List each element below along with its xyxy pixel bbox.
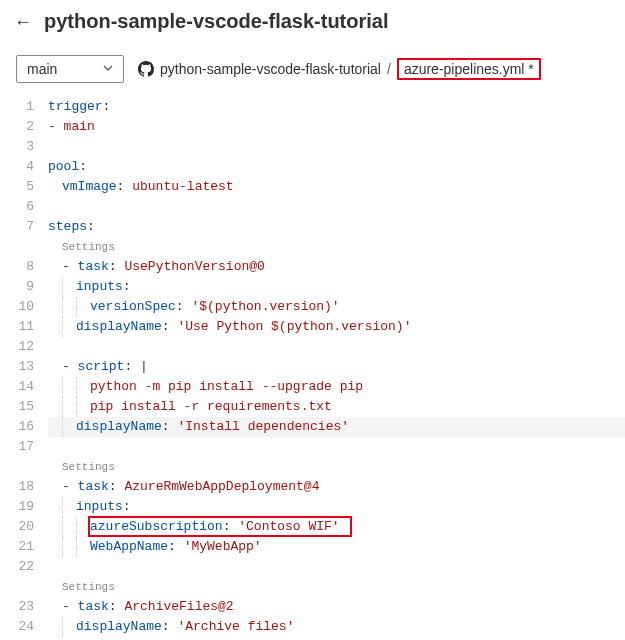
code-line[interactable]: vmImage: ubuntu-latest xyxy=(48,177,625,197)
code-line[interactable]: - main xyxy=(48,117,625,137)
line-number: 19 xyxy=(0,497,34,517)
line-number: 5 xyxy=(0,177,34,197)
code-line[interactable]: trigger: xyxy=(48,97,625,117)
code-line[interactable] xyxy=(48,197,625,217)
line-number: 4 xyxy=(0,157,34,177)
line-number: 9 xyxy=(0,277,34,297)
line-number xyxy=(0,457,34,477)
breadcrumb-file[interactable]: azure-pipelines.yml * xyxy=(397,58,541,80)
line-number: 16 xyxy=(0,417,34,437)
line-number: 2 xyxy=(0,117,34,137)
code-line[interactable]: inputs: xyxy=(48,277,625,297)
code-line[interactable]: displayName: 'Install dependencies' xyxy=(48,417,625,437)
line-number: 15 xyxy=(0,397,34,417)
code-line[interactable] xyxy=(48,137,625,157)
line-number: 23 xyxy=(0,597,34,617)
line-number: 18 xyxy=(0,477,34,497)
file-toolbar: main python-sample-vscode-flask-tutorial… xyxy=(0,47,625,91)
line-number: 12 xyxy=(0,337,34,357)
code-line[interactable]: displayName: 'Use Python $(python.versio… xyxy=(48,317,625,337)
code-line[interactable]: - task: AzureRmWebAppDeployment@4 xyxy=(48,477,625,497)
back-arrow-icon[interactable]: ← xyxy=(14,13,32,31)
line-gutter: 123456789101112131415161718192021222324 xyxy=(0,97,48,637)
code-line[interactable]: azureSubscription: 'Contoso WIF' xyxy=(48,517,625,537)
code-line[interactable]: - script: | xyxy=(48,357,625,377)
line-number: 22 xyxy=(0,557,34,577)
line-number: 6 xyxy=(0,197,34,217)
code-line[interactable]: inputs: xyxy=(48,497,625,517)
branch-name: main xyxy=(27,61,57,77)
code-line[interactable]: WebAppName: 'MyWebApp' xyxy=(48,537,625,557)
line-number: 8 xyxy=(0,257,34,277)
line-number: 7 xyxy=(0,217,34,237)
line-number: 1 xyxy=(0,97,34,117)
code-line[interactable]: steps: xyxy=(48,217,625,237)
breadcrumb-repo[interactable]: python-sample-vscode-flask-tutorial xyxy=(160,61,381,77)
breadcrumb: python-sample-vscode-flask-tutorial / az… xyxy=(138,58,541,80)
line-number xyxy=(0,577,34,597)
line-number: 21 xyxy=(0,537,34,557)
line-number: 17 xyxy=(0,437,34,457)
code-line[interactable]: - task: ArchiveFiles@2 xyxy=(48,597,625,617)
line-number: 20 xyxy=(0,517,34,537)
code-line[interactable]: pool: xyxy=(48,157,625,177)
line-number: 11 xyxy=(0,317,34,337)
code-line[interactable]: versionSpec: '$(python.version)' xyxy=(48,297,625,317)
code-editor[interactable]: 123456789101112131415161718192021222324 … xyxy=(0,91,625,637)
line-number: 24 xyxy=(0,617,34,637)
page-title: python-sample-vscode-flask-tutorial xyxy=(44,10,389,33)
code-line[interactable]: pip install -r requirements.txt xyxy=(48,397,625,417)
code-line[interactable] xyxy=(48,557,625,577)
breadcrumb-separator: / xyxy=(387,61,391,77)
page-header: ← python-sample-vscode-flask-tutorial xyxy=(0,0,625,47)
codelens-settings-link[interactable]: Settings xyxy=(48,457,625,477)
codelens-settings-link[interactable]: Settings xyxy=(48,237,625,257)
line-number xyxy=(0,237,34,257)
line-number: 3 xyxy=(0,137,34,157)
code-line[interactable]: displayName: 'Archive files' xyxy=(48,617,625,637)
codelens-settings-link[interactable]: Settings xyxy=(48,577,625,597)
line-number: 13 xyxy=(0,357,34,377)
line-number: 10 xyxy=(0,297,34,317)
line-number: 14 xyxy=(0,377,34,397)
github-icon xyxy=(138,61,154,77)
code-line[interactable] xyxy=(48,437,625,457)
code-body[interactable]: trigger:- mainpool:vmImage: ubuntu-lates… xyxy=(48,97,625,637)
code-line[interactable]: python -m pip install --upgrade pip xyxy=(48,377,625,397)
code-line[interactable] xyxy=(48,337,625,357)
branch-selector[interactable]: main xyxy=(16,55,124,83)
chevron-down-icon xyxy=(103,62,113,76)
code-line[interactable]: - task: UsePythonVersion@0 xyxy=(48,257,625,277)
